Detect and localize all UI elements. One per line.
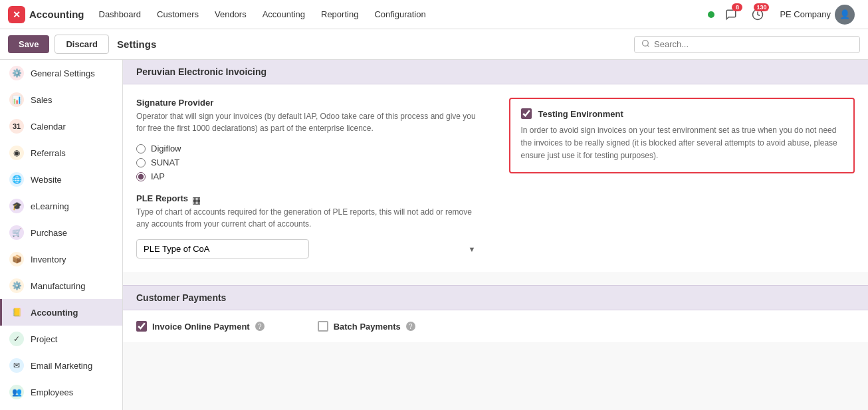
testing-env-col: Testing Environment In order to avoid si…: [509, 98, 855, 258]
company-selector[interactable]: PE Company 👤: [774, 2, 860, 27]
batch-payments-label: Batch Payments: [334, 322, 401, 332]
radio-group-provider: Digiflow SUNAT IAP: [136, 144, 483, 181]
invoice-online-label: Invoice Online Payment: [152, 322, 250, 332]
sidebar-item-manufacturing[interactable]: ⚙️ Manufacturing: [0, 272, 122, 299]
ple-reports-label: PLE Reports: [136, 193, 188, 203]
batch-payments-checkbox[interactable]: [318, 321, 328, 332]
testing-env-desc: In order to avoid sign invoices on your …: [521, 124, 843, 163]
website-icon: 🌐: [9, 172, 24, 187]
radio-digiflow[interactable]: Digiflow: [136, 144, 483, 154]
nav-accounting[interactable]: Accounting: [256, 5, 312, 23]
search-icon: [641, 39, 650, 50]
app-name: Accounting: [29, 9, 84, 20]
radio-digiflow-input[interactable]: [136, 144, 146, 154]
svg-line-2: [647, 45, 649, 47]
invoice-online-checkbox[interactable]: [136, 321, 147, 332]
sidebar-item-purchase[interactable]: 🛒 Purchase: [0, 219, 122, 246]
main-layout: ⚙️ General Settings 📊 Sales 31 Calendar …: [0, 60, 868, 410]
elearning-icon: 🎓: [9, 199, 24, 213]
signature-provider-col: Signature Provider Operator that will si…: [136, 98, 483, 258]
ple-type-select-wrapper: PLE Type of CoA ▼: [136, 239, 483, 258]
discard-button[interactable]: Discard: [54, 35, 109, 54]
purchase-icon: 🛒: [9, 225, 24, 240]
accounting-icon: 📒: [9, 305, 24, 320]
section1-body: Signature Provider Operator that will si…: [123, 84, 868, 272]
sidebar-item-accounting[interactable]: 📒 Accounting: [0, 299, 122, 326]
testing-env-title: Testing Environment: [538, 109, 623, 119]
section2-body: Invoice Online Payment ? Batch Payments …: [123, 310, 868, 342]
radio-iap-input[interactable]: [136, 172, 146, 181]
ple-reports-desc: Type of chart of accounts required for t…: [136, 206, 483, 230]
referrals-icon: ◉: [9, 146, 24, 160]
sidebar-item-project[interactable]: ✓ Project: [0, 326, 122, 352]
sales-icon: 📊: [9, 92, 24, 107]
page-title: Settings: [117, 39, 156, 50]
content-area: Peruvian Electronic Invoicing Signature …: [123, 60, 868, 410]
messages-button[interactable]: 8: [721, 5, 741, 25]
nav-dashboard[interactable]: Dashboard: [92, 5, 148, 23]
project-icon: ✓: [9, 332, 24, 346]
svg-point-1: [643, 40, 649, 46]
save-button[interactable]: Save: [8, 35, 49, 53]
select-arrow-icon: ▼: [469, 245, 476, 253]
batch-payments-help-icon[interactable]: ?: [406, 322, 415, 331]
calendar-icon: 31: [9, 119, 24, 134]
sidebar-item-elearning[interactable]: 🎓 eLearning: [0, 193, 122, 219]
ple-reports-row: PLE Reports ▦: [136, 193, 483, 206]
sidebar-item-referrals[interactable]: ◉ Referrals: [0, 140, 122, 166]
clock-badge: 130: [754, 3, 769, 11]
signature-provider-desc: Operator that will sign your invoices (b…: [136, 110, 483, 134]
invoice-online-help-icon[interactable]: ?: [255, 322, 265, 331]
radio-sunat[interactable]: SUNAT: [136, 157, 483, 167]
sidebar-item-sales[interactable]: 📊 Sales: [0, 86, 122, 113]
section2-header: Customer Payments: [123, 285, 868, 310]
top-navigation: ✕ Accounting Dashboard Customers Vendors…: [0, 0, 868, 29]
sidebar-item-website[interactable]: 🌐 Website: [0, 166, 122, 193]
radio-sunat-input[interactable]: [136, 158, 146, 167]
search-input[interactable]: [654, 39, 853, 49]
general-settings-icon: ⚙️: [9, 66, 24, 80]
nav-icons: 8 130 PE Company 👤: [708, 2, 860, 27]
sidebar-item-email-marketing[interactable]: ✉ Email Marketing: [0, 352, 122, 379]
testing-environment-box: Testing Environment In order to avoid si…: [509, 98, 855, 173]
testing-env-checkbox[interactable]: [521, 108, 532, 119]
app-logo[interactable]: ✕ Accounting: [8, 6, 84, 23]
nav-vendors[interactable]: Vendors: [208, 5, 253, 23]
signature-provider-label: Signature Provider: [136, 98, 483, 108]
toolbar: Save Discard Settings: [0, 29, 868, 60]
ple-type-select[interactable]: PLE Type of CoA: [136, 239, 309, 258]
user-avatar: 👤: [835, 5, 855, 25]
inventory-icon: 📦: [9, 252, 24, 266]
logo-icon: ✕: [8, 6, 25, 23]
batch-payments-item: Batch Payments ?: [318, 321, 415, 332]
messages-badge: 8: [732, 3, 742, 11]
employees-icon: 👥: [9, 385, 24, 399]
nav-customers[interactable]: Customers: [150, 5, 205, 23]
nav-reporting[interactable]: Reporting: [314, 5, 365, 23]
manufacturing-icon: ⚙️: [9, 278, 24, 293]
invoice-online-payment-item: Invoice Online Payment ?: [136, 321, 265, 332]
company-name: PE Company: [780, 9, 831, 19]
sidebar-item-employees[interactable]: 👥 Employees: [0, 379, 122, 405]
sidebar-item-inventory[interactable]: 📦 Inventory: [0, 246, 122, 272]
nav-configuration[interactable]: Configuration: [368, 5, 432, 23]
sidebar-item-general-settings[interactable]: ⚙️ General Settings: [0, 60, 122, 86]
sidebar-item-calendar[interactable]: 31 Calendar: [0, 113, 122, 140]
email-marketing-icon: ✉: [9, 358, 24, 373]
clock-button[interactable]: 130: [748, 5, 768, 25]
sidebar: ⚙️ General Settings 📊 Sales 31 Calendar …: [0, 60, 123, 410]
ple-reports-icon: ▦: [192, 195, 201, 205]
online-status-icon: [708, 11, 714, 18]
testing-env-header: Testing Environment: [521, 108, 843, 119]
search-box: [634, 36, 860, 53]
section1-header: Peruvian Electronic Invoicing: [123, 60, 868, 84]
radio-iap[interactable]: IAP: [136, 171, 483, 181]
